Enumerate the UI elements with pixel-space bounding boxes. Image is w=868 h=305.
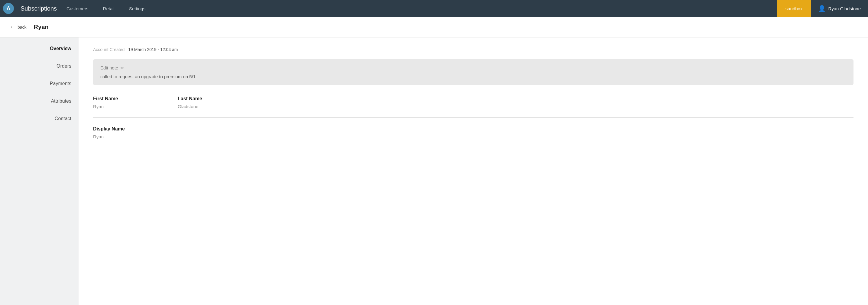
brand-name: Subscriptions <box>17 5 66 12</box>
sidebar: Overview Orders Payments Attributes Cont… <box>0 37 79 305</box>
back-label: back <box>18 25 27 30</box>
user-icon: 👤 <box>818 5 826 12</box>
first-name-value: Ryan <box>93 104 154 109</box>
sidebar-item-payments[interactable]: Payments <box>0 75 79 92</box>
account-created-label: Account Created <box>93 47 125 52</box>
first-name-group: First Name Ryan <box>93 96 154 109</box>
account-created: Account Created 19 March 2019 - 12:04 am <box>93 47 854 52</box>
nav-links: Customers Retail Settings <box>66 6 777 11</box>
sidebar-item-overview[interactable]: Overview <box>0 40 79 57</box>
sidebar-item-contact[interactable]: Contact <box>0 110 79 128</box>
sidebar-item-attributes[interactable]: Attributes <box>0 92 79 110</box>
logo-circle: A <box>3 3 14 14</box>
back-button[interactable]: ← back <box>10 24 27 30</box>
display-name-value: Ryan <box>93 134 854 139</box>
nav-retail[interactable]: Retail <box>103 6 115 11</box>
backbar: ← back Ryan <box>0 17 868 37</box>
name-fields-row: First Name Ryan Last Name Gladstone <box>93 96 854 109</box>
note-header: Edit note ✏ <box>100 65 846 70</box>
display-name-label: Display Name <box>93 126 854 132</box>
last-name-group: Last Name Gladstone <box>178 96 238 109</box>
user-name: Ryan Gladstone <box>828 6 861 11</box>
logo[interactable]: A <box>0 0 17 17</box>
note-label: Edit note <box>100 65 118 70</box>
note-box: Edit note ✏ called to request an upgrade… <box>93 59 854 85</box>
user-menu[interactable]: 👤 Ryan Gladstone <box>811 5 868 12</box>
sandbox-badge: sandbox <box>777 0 811 17</box>
note-text: called to request an upgrade to premium … <box>100 74 846 79</box>
divider <box>93 117 854 118</box>
last-name-value: Gladstone <box>178 104 238 109</box>
content-area: Account Created 19 March 2019 - 12:04 am… <box>79 37 868 305</box>
sidebar-item-orders[interactable]: Orders <box>0 57 79 75</box>
display-name-group: Display Name Ryan <box>93 126 854 139</box>
nav-settings[interactable]: Settings <box>129 6 145 11</box>
topnav: A Subscriptions Customers Retail Setting… <box>0 0 868 17</box>
last-name-label: Last Name <box>178 96 238 101</box>
page-title: Ryan <box>34 24 49 31</box>
first-name-label: First Name <box>93 96 154 101</box>
account-created-value: 19 March 2019 - 12:04 am <box>128 47 178 52</box>
back-arrow-icon: ← <box>10 24 15 30</box>
edit-note-icon[interactable]: ✏ <box>121 66 124 70</box>
main-layout: Overview Orders Payments Attributes Cont… <box>0 37 868 305</box>
nav-customers[interactable]: Customers <box>66 6 89 11</box>
